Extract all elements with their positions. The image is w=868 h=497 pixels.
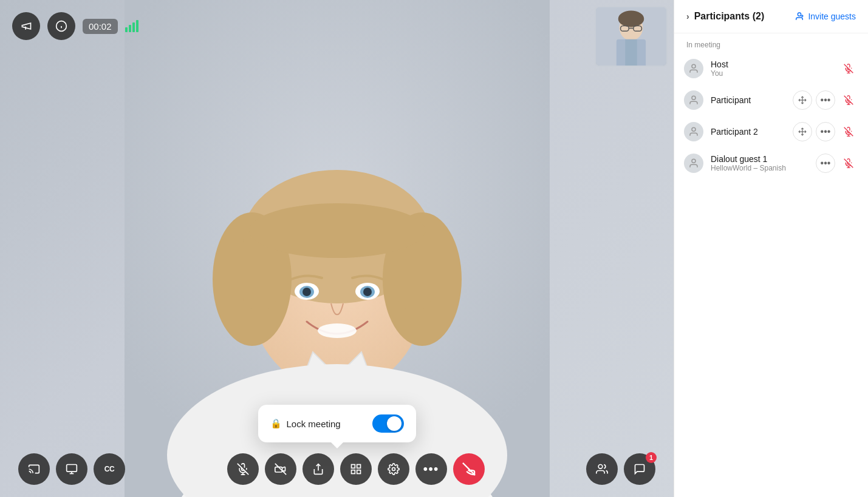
svg-point-40	[392, 468, 395, 471]
participant-row: Participant •••	[674, 84, 868, 116]
invite-label: Invite guests	[808, 12, 856, 21]
more-dots-icon: •••	[821, 158, 831, 169]
top-bar: 00:02	[12, 12, 138, 40]
svg-rect-30	[67, 465, 77, 472]
avatar	[684, 90, 703, 110]
svg-point-24	[618, 10, 644, 27]
move-participant-button[interactable]	[793, 90, 812, 110]
participant-actions: •••	[793, 122, 858, 141]
cast-button[interactable]	[18, 453, 50, 485]
center-toolbar-group: •••	[227, 453, 485, 485]
signal-strength	[125, 20, 138, 32]
svg-rect-36	[351, 465, 355, 468]
settings-button[interactable]	[378, 453, 409, 485]
participant-info: Participant 2	[711, 127, 785, 137]
participant-sub: You	[711, 69, 832, 78]
invite-guests-button[interactable]: Invite guests	[795, 12, 856, 21]
more-dots-icon: •••	[821, 126, 831, 137]
share-button[interactable]	[302, 453, 334, 485]
more-button[interactable]: •••	[415, 453, 447, 485]
participant-actions: •••	[816, 154, 858, 173]
svg-point-16	[363, 288, 372, 296]
svg-point-52	[692, 127, 695, 131]
participant-actions	[839, 59, 858, 78]
svg-point-56	[692, 159, 695, 163]
move-participant-button[interactable]	[793, 122, 812, 141]
more-options-button[interactable]: •••	[816, 122, 835, 141]
lock-label: 🔒 Lock meeting	[270, 418, 363, 429]
participants-title: Participants (2)	[694, 11, 765, 22]
panel-title: › Participants (2)	[686, 11, 764, 22]
mute-button[interactable]	[227, 453, 259, 485]
thumbnail-video	[596, 7, 666, 66]
svg-point-43	[798, 13, 801, 16]
participant-sub: HellowWorld – Spanish	[711, 164, 808, 172]
svg-rect-38	[357, 470, 360, 474]
more-options-button[interactable]: •••	[816, 90, 835, 110]
mute-participant-button[interactable]	[839, 154, 858, 173]
more-dots-icon: •••	[821, 95, 831, 106]
participant-info: Host You	[711, 59, 832, 78]
in-meeting-label: In meeting	[674, 33, 868, 53]
participant-info: Dialout guest 1 HellowWorld – Spanish	[711, 154, 808, 172]
svg-point-42	[598, 465, 603, 469]
svg-rect-37	[357, 465, 360, 468]
lock-text: Lock meeting	[287, 419, 341, 429]
participant-list: Host You	[674, 53, 868, 497]
announce-button[interactable]	[12, 12, 40, 40]
participants-button[interactable]	[586, 453, 618, 485]
participant-name: Host	[711, 59, 832, 69]
right-toolbar-group: 1	[586, 453, 655, 485]
layout-button[interactable]	[340, 453, 372, 485]
monitor-button[interactable]	[56, 453, 87, 485]
right-panel: › Participants (2) Invite guests In meet…	[674, 0, 868, 497]
self-thumbnail	[595, 6, 668, 67]
participant-row: Participant 2 •••	[674, 116, 868, 147]
video-button[interactable]	[265, 453, 296, 485]
end-call-button[interactable]	[453, 453, 485, 485]
more-dots: •••	[423, 461, 439, 477]
avatar	[684, 59, 703, 78]
bottom-toolbar: CC	[0, 453, 674, 485]
cc-button[interactable]: CC	[94, 453, 125, 485]
chevron-icon: ›	[686, 12, 689, 21]
svg-point-48	[692, 96, 695, 100]
svg-rect-39	[351, 470, 355, 474]
chat-button[interactable]: 1	[624, 453, 655, 485]
participant-name: Dialout guest 1	[711, 154, 808, 164]
mute-participant-button[interactable]	[839, 122, 858, 141]
participant-name: Participant 2	[711, 127, 785, 137]
call-timer: 00:02	[83, 19, 118, 34]
mute-participant-button[interactable]	[839, 90, 858, 110]
info-button[interactable]	[47, 12, 75, 40]
lock-icon: 🔒	[270, 418, 282, 429]
participant-name: Participant	[711, 95, 785, 105]
video-area: 00:02	[0, 0, 674, 497]
participant-actions: •••	[793, 90, 858, 110]
avatar	[684, 154, 703, 173]
svg-point-17	[318, 323, 357, 338]
panel-header: › Participants (2) Invite guests	[674, 0, 868, 33]
svg-line-34	[275, 464, 285, 475]
lock-toggle[interactable]	[372, 414, 404, 433]
participant-row: Host You	[674, 53, 868, 84]
avatar	[684, 122, 703, 141]
more-options-button[interactable]: •••	[816, 154, 835, 173]
svg-rect-29	[625, 39, 637, 67]
svg-point-10	[249, 203, 425, 258]
participant-row: Dialout guest 1 HellowWorld – Spanish ••…	[674, 147, 868, 179]
chat-badge: 1	[646, 452, 657, 463]
cc-label: CC	[104, 465, 114, 473]
svg-point-15	[302, 288, 311, 296]
svg-point-46	[692, 64, 695, 68]
left-toolbar-group: CC	[18, 453, 125, 485]
participant-info: Participant	[711, 95, 785, 105]
mute-participant-button[interactable]	[839, 59, 858, 78]
lock-meeting-popup: 🔒 Lock meeting	[258, 405, 416, 442]
